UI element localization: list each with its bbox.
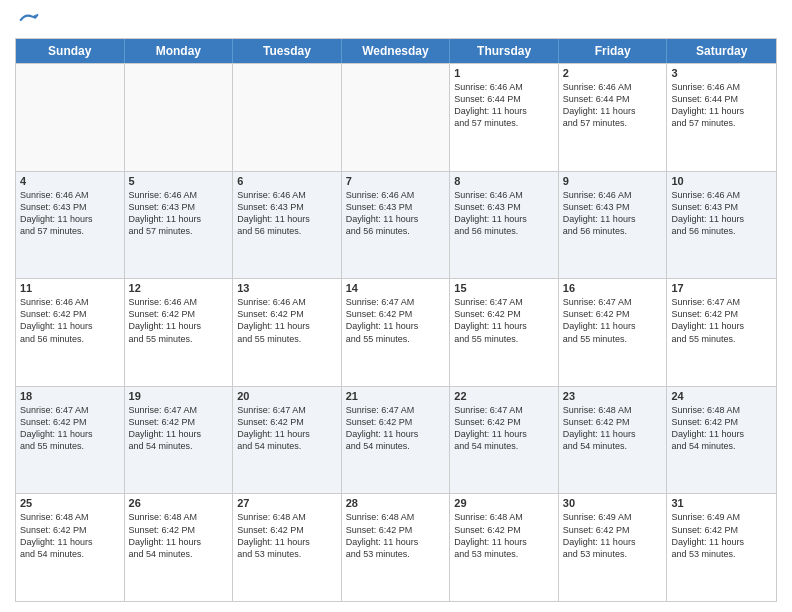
day-number: 17 xyxy=(671,282,772,294)
logo xyxy=(15,10,41,30)
cell-info: Sunrise: 6:47 AM Sunset: 6:42 PM Dayligh… xyxy=(20,404,120,453)
day-number: 24 xyxy=(671,390,772,402)
calendar-cell-day-16: 16Sunrise: 6:47 AM Sunset: 6:42 PM Dayli… xyxy=(559,279,668,386)
day-number: 2 xyxy=(563,67,663,79)
day-number: 5 xyxy=(129,175,229,187)
day-number: 30 xyxy=(563,497,663,509)
cell-info: Sunrise: 6:46 AM Sunset: 6:43 PM Dayligh… xyxy=(454,189,554,238)
day-number: 23 xyxy=(563,390,663,402)
cell-info: Sunrise: 6:46 AM Sunset: 6:43 PM Dayligh… xyxy=(563,189,663,238)
calendar-cell-day-24: 24Sunrise: 6:48 AM Sunset: 6:42 PM Dayli… xyxy=(667,387,776,494)
cell-info: Sunrise: 6:46 AM Sunset: 6:44 PM Dayligh… xyxy=(671,81,772,130)
calendar-cell-day-7: 7Sunrise: 6:46 AM Sunset: 6:43 PM Daylig… xyxy=(342,172,451,279)
cell-info: Sunrise: 6:46 AM Sunset: 6:42 PM Dayligh… xyxy=(129,296,229,345)
calendar-cell-day-4: 4Sunrise: 6:46 AM Sunset: 6:43 PM Daylig… xyxy=(16,172,125,279)
calendar-cell-day-5: 5Sunrise: 6:46 AM Sunset: 6:43 PM Daylig… xyxy=(125,172,234,279)
weekday-header-saturday: Saturday xyxy=(667,39,776,63)
calendar-row: 11Sunrise: 6:46 AM Sunset: 6:42 PM Dayli… xyxy=(16,278,776,386)
cell-info: Sunrise: 6:47 AM Sunset: 6:42 PM Dayligh… xyxy=(454,296,554,345)
calendar-cell-day-20: 20Sunrise: 6:47 AM Sunset: 6:42 PM Dayli… xyxy=(233,387,342,494)
calendar-cell-day-26: 26Sunrise: 6:48 AM Sunset: 6:42 PM Dayli… xyxy=(125,494,234,601)
day-number: 3 xyxy=(671,67,772,79)
cell-info: Sunrise: 6:49 AM Sunset: 6:42 PM Dayligh… xyxy=(671,511,772,560)
calendar: SundayMondayTuesdayWednesdayThursdayFrid… xyxy=(15,38,777,602)
cell-info: Sunrise: 6:47 AM Sunset: 6:42 PM Dayligh… xyxy=(129,404,229,453)
cell-info: Sunrise: 6:46 AM Sunset: 6:43 PM Dayligh… xyxy=(346,189,446,238)
calendar-cell-day-12: 12Sunrise: 6:46 AM Sunset: 6:42 PM Dayli… xyxy=(125,279,234,386)
weekday-header-sunday: Sunday xyxy=(16,39,125,63)
day-number: 31 xyxy=(671,497,772,509)
day-number: 18 xyxy=(20,390,120,402)
day-number: 25 xyxy=(20,497,120,509)
day-number: 9 xyxy=(563,175,663,187)
calendar-cell-day-18: 18Sunrise: 6:47 AM Sunset: 6:42 PM Dayli… xyxy=(16,387,125,494)
day-number: 12 xyxy=(129,282,229,294)
calendar-cell-day-19: 19Sunrise: 6:47 AM Sunset: 6:42 PM Dayli… xyxy=(125,387,234,494)
page-header xyxy=(15,10,777,30)
cell-info: Sunrise: 6:49 AM Sunset: 6:42 PM Dayligh… xyxy=(563,511,663,560)
day-number: 26 xyxy=(129,497,229,509)
cell-info: Sunrise: 6:47 AM Sunset: 6:42 PM Dayligh… xyxy=(454,404,554,453)
cell-info: Sunrise: 6:46 AM Sunset: 6:43 PM Dayligh… xyxy=(671,189,772,238)
day-number: 28 xyxy=(346,497,446,509)
day-number: 14 xyxy=(346,282,446,294)
calendar-cell-day-31: 31Sunrise: 6:49 AM Sunset: 6:42 PM Dayli… xyxy=(667,494,776,601)
calendar-cell-day-3: 3Sunrise: 6:46 AM Sunset: 6:44 PM Daylig… xyxy=(667,64,776,171)
cell-info: Sunrise: 6:48 AM Sunset: 6:42 PM Dayligh… xyxy=(129,511,229,560)
day-number: 22 xyxy=(454,390,554,402)
cell-info: Sunrise: 6:46 AM Sunset: 6:43 PM Dayligh… xyxy=(237,189,337,238)
calendar-cell-day-30: 30Sunrise: 6:49 AM Sunset: 6:42 PM Dayli… xyxy=(559,494,668,601)
calendar-cell-day-1: 1Sunrise: 6:46 AM Sunset: 6:44 PM Daylig… xyxy=(450,64,559,171)
weekday-header-wednesday: Wednesday xyxy=(342,39,451,63)
calendar-row: 4Sunrise: 6:46 AM Sunset: 6:43 PM Daylig… xyxy=(16,171,776,279)
cell-info: Sunrise: 6:48 AM Sunset: 6:42 PM Dayligh… xyxy=(454,511,554,560)
cell-info: Sunrise: 6:46 AM Sunset: 6:43 PM Dayligh… xyxy=(129,189,229,238)
cell-info: Sunrise: 6:47 AM Sunset: 6:42 PM Dayligh… xyxy=(563,296,663,345)
calendar-cell-empty xyxy=(125,64,234,171)
cell-info: Sunrise: 6:47 AM Sunset: 6:42 PM Dayligh… xyxy=(346,296,446,345)
cell-info: Sunrise: 6:48 AM Sunset: 6:42 PM Dayligh… xyxy=(671,404,772,453)
calendar-cell-day-2: 2Sunrise: 6:46 AM Sunset: 6:44 PM Daylig… xyxy=(559,64,668,171)
cell-info: Sunrise: 6:48 AM Sunset: 6:42 PM Dayligh… xyxy=(563,404,663,453)
calendar-row: 25Sunrise: 6:48 AM Sunset: 6:42 PM Dayli… xyxy=(16,493,776,601)
day-number: 7 xyxy=(346,175,446,187)
calendar-cell-day-28: 28Sunrise: 6:48 AM Sunset: 6:42 PM Dayli… xyxy=(342,494,451,601)
calendar-cell-day-9: 9Sunrise: 6:46 AM Sunset: 6:43 PM Daylig… xyxy=(559,172,668,279)
calendar-header: SundayMondayTuesdayWednesdayThursdayFrid… xyxy=(16,39,776,63)
cell-info: Sunrise: 6:46 AM Sunset: 6:44 PM Dayligh… xyxy=(563,81,663,130)
weekday-header-tuesday: Tuesday xyxy=(233,39,342,63)
calendar-cell-empty xyxy=(233,64,342,171)
day-number: 1 xyxy=(454,67,554,79)
cell-info: Sunrise: 6:46 AM Sunset: 6:42 PM Dayligh… xyxy=(237,296,337,345)
calendar-cell-empty xyxy=(342,64,451,171)
calendar-cell-day-13: 13Sunrise: 6:46 AM Sunset: 6:42 PM Dayli… xyxy=(233,279,342,386)
calendar-cell-day-27: 27Sunrise: 6:48 AM Sunset: 6:42 PM Dayli… xyxy=(233,494,342,601)
calendar-cell-day-10: 10Sunrise: 6:46 AM Sunset: 6:43 PM Dayli… xyxy=(667,172,776,279)
calendar-cell-day-17: 17Sunrise: 6:47 AM Sunset: 6:42 PM Dayli… xyxy=(667,279,776,386)
cell-info: Sunrise: 6:46 AM Sunset: 6:42 PM Dayligh… xyxy=(20,296,120,345)
weekday-header-friday: Friday xyxy=(559,39,668,63)
day-number: 13 xyxy=(237,282,337,294)
calendar-row: 1Sunrise: 6:46 AM Sunset: 6:44 PM Daylig… xyxy=(16,63,776,171)
calendar-cell-day-11: 11Sunrise: 6:46 AM Sunset: 6:42 PM Dayli… xyxy=(16,279,125,386)
cell-info: Sunrise: 6:48 AM Sunset: 6:42 PM Dayligh… xyxy=(237,511,337,560)
day-number: 11 xyxy=(20,282,120,294)
day-number: 16 xyxy=(563,282,663,294)
calendar-cell-day-6: 6Sunrise: 6:46 AM Sunset: 6:43 PM Daylig… xyxy=(233,172,342,279)
cell-info: Sunrise: 6:48 AM Sunset: 6:42 PM Dayligh… xyxy=(346,511,446,560)
day-number: 19 xyxy=(129,390,229,402)
day-number: 10 xyxy=(671,175,772,187)
calendar-cell-empty xyxy=(16,64,125,171)
calendar-cell-day-23: 23Sunrise: 6:48 AM Sunset: 6:42 PM Dayli… xyxy=(559,387,668,494)
calendar-cell-day-21: 21Sunrise: 6:47 AM Sunset: 6:42 PM Dayli… xyxy=(342,387,451,494)
day-number: 21 xyxy=(346,390,446,402)
weekday-header-monday: Monday xyxy=(125,39,234,63)
day-number: 6 xyxy=(237,175,337,187)
day-number: 8 xyxy=(454,175,554,187)
calendar-body: 1Sunrise: 6:46 AM Sunset: 6:44 PM Daylig… xyxy=(16,63,776,601)
calendar-cell-day-22: 22Sunrise: 6:47 AM Sunset: 6:42 PM Dayli… xyxy=(450,387,559,494)
weekday-header-thursday: Thursday xyxy=(450,39,559,63)
logo-icon xyxy=(19,10,39,30)
cell-info: Sunrise: 6:47 AM Sunset: 6:42 PM Dayligh… xyxy=(237,404,337,453)
day-number: 20 xyxy=(237,390,337,402)
